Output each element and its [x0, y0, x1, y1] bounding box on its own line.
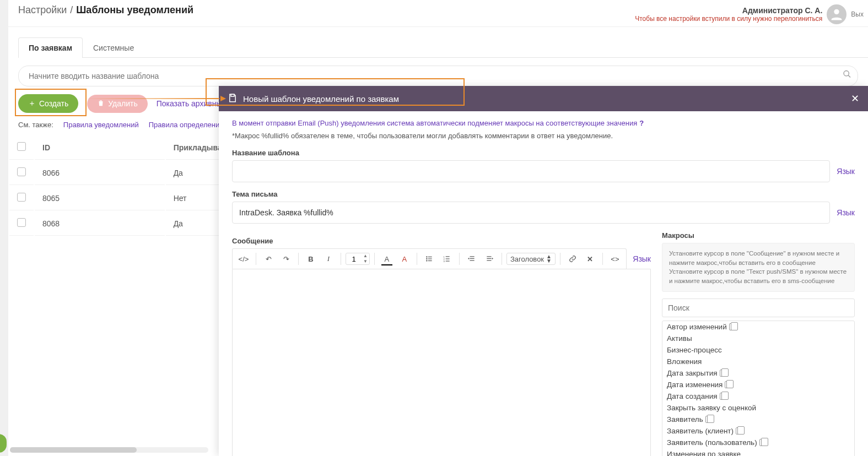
svg-marker-23 — [492, 258, 493, 260]
macros-item[interactable]: Заявитель (пользователь) — [662, 437, 854, 448]
clear-format-icon[interactable]: ✕ — [583, 251, 598, 267]
template-name-label: Название шаблона — [232, 149, 855, 157]
close-icon[interactable]: ✕ — [851, 93, 859, 105]
copy-icon[interactable] — [725, 381, 731, 388]
row-checkbox[interactable] — [17, 218, 26, 227]
svg-point-1 — [844, 71, 849, 76]
heading-select[interactable]: Заголовок ▲▼ — [506, 253, 556, 265]
copy-icon[interactable] — [736, 427, 742, 435]
svg-rect-21 — [487, 258, 491, 259]
code-view-icon[interactable]: </> — [236, 251, 251, 267]
numbered-list-icon[interactable]: 123 — [439, 251, 455, 267]
macros-item-label: Заявитель (клиент) — [667, 427, 734, 435]
delete-button-label: Удалить — [108, 99, 137, 108]
horizontal-scrollbar[interactable] — [10, 447, 208, 453]
highlight-color-icon[interactable]: A — [397, 251, 412, 267]
create-button[interactable]: ＋ Создать — [18, 94, 78, 113]
macros-item-label: Бизнес-процесс — [667, 346, 722, 354]
relogin-warning: Чтобы все настройки вступили в силу нужн… — [635, 15, 822, 23]
macros-item[interactable]: Автор изменений — [662, 321, 854, 333]
macros-item-label: Автор изменений — [667, 323, 727, 331]
font-size-stepper[interactable]: ▲▼ — [346, 253, 370, 265]
macros-item-label: Заявитель — [667, 415, 703, 424]
user-name: Администратор С. А. — [635, 6, 822, 15]
macros-hint-line-1: Установите курсор в поле "Сообщение" в н… — [669, 249, 848, 267]
italic-icon[interactable]: I — [321, 251, 336, 267]
svg-rect-9 — [428, 260, 432, 261]
rte-toolbar: </> ↶ ↷ B I ▲▼ A A — [232, 248, 627, 269]
macros-item[interactable]: Закрыть заявку с оценкой — [662, 402, 854, 414]
copy-icon[interactable] — [729, 323, 735, 330]
logout-link[interactable]: Вых — [851, 10, 864, 18]
message-editor[interactable] — [232, 269, 651, 456]
message-lang-link[interactable]: Язык — [633, 254, 651, 263]
macros-item-label: Заявитель (пользователь) — [667, 438, 757, 447]
svg-rect-16 — [470, 256, 474, 257]
help-icon[interactable]: ? — [639, 119, 644, 127]
macros-item[interactable]: Бизнес-процесс — [662, 344, 854, 356]
tab-system[interactable]: Системные — [83, 37, 144, 58]
svg-rect-20 — [487, 256, 491, 257]
template-name-input[interactable] — [232, 160, 830, 182]
macros-item[interactable]: Вложения — [662, 356, 854, 367]
side-panel: Новый шаблон уведомлений по заявкам ✕ В … — [219, 86, 868, 456]
svg-text:3: 3 — [444, 260, 445, 263]
undo-icon[interactable]: ↶ — [261, 251, 276, 267]
avatar[interactable] — [827, 4, 847, 24]
subject-input[interactable] — [232, 202, 830, 224]
save-icon[interactable] — [228, 93, 238, 105]
breadcrumb: Настройки / Шаблоны уведомлений — [18, 4, 193, 16]
link-icon[interactable] — [565, 251, 580, 267]
font-size-down-icon[interactable]: ▼ — [362, 259, 369, 264]
panel-title: Новый шаблон уведомлений по заявкам — [243, 94, 399, 104]
svg-rect-11 — [446, 256, 450, 257]
svg-point-8 — [426, 260, 427, 261]
macros-hint-line-2: Установите курсор в поле "Текст push/SMS… — [669, 267, 848, 285]
col-id[interactable]: ID — [35, 135, 165, 160]
macros-search-input[interactable] — [662, 298, 855, 317]
row-checkbox[interactable] — [17, 167, 26, 176]
macros-item[interactable]: Дата создания — [662, 390, 854, 402]
breadcrumb-root[interactable]: Настройки — [18, 4, 67, 16]
redo-icon[interactable]: ↷ — [278, 251, 294, 267]
row-checkbox[interactable] — [17, 193, 26, 202]
search-input[interactable] — [18, 66, 858, 86]
embed-icon[interactable]: <> — [607, 251, 623, 267]
panel-note: *Макрос %fullid% обязателен в теме, чтоб… — [232, 132, 855, 140]
macros-item[interactable]: Дата закрытия — [662, 367, 854, 379]
copy-icon[interactable] — [720, 393, 726, 400]
macros-item[interactable]: Изменения по заявке — [662, 448, 854, 456]
macros-item[interactable]: Заявитель (клиент) — [662, 425, 854, 437]
macros-list: Автор изменений АктивыБизнес-процессВлож… — [662, 321, 855, 456]
bullet-list-icon[interactable] — [422, 251, 437, 267]
svg-rect-3 — [231, 94, 234, 96]
help-tab[interactable] — [0, 434, 7, 453]
macros-hint: Установите курсор в поле "Сообщение" в н… — [662, 243, 855, 292]
macros-item-label: Активы — [667, 334, 692, 343]
macros-item[interactable]: Дата изменения — [662, 379, 854, 390]
breadcrumb-sep: / — [70, 4, 73, 16]
svg-point-0 — [834, 9, 839, 14]
macros-item[interactable]: Активы — [662, 333, 854, 344]
heading-select-label: Заголовок — [510, 255, 544, 263]
search-icon[interactable] — [843, 70, 851, 80]
delete-button[interactable]: Удалить — [87, 95, 147, 113]
subject-lang-link[interactable]: Язык — [837, 208, 855, 217]
svg-rect-5 — [428, 257, 432, 257]
font-color-icon[interactable]: A — [379, 251, 395, 267]
macros-item[interactable]: Заявитель — [662, 414, 854, 425]
copy-icon[interactable] — [759, 439, 765, 446]
select-all-checkbox[interactable] — [17, 142, 26, 151]
copy-icon[interactable] — [705, 416, 711, 423]
font-size-value[interactable] — [346, 255, 362, 263]
cell-id: 8066 — [35, 161, 165, 185]
copy-icon[interactable] — [720, 370, 726, 377]
font-size-up-icon[interactable]: ▲ — [362, 253, 369, 259]
svg-point-4 — [426, 256, 427, 257]
name-lang-link[interactable]: Язык — [837, 167, 855, 176]
indent-icon[interactable] — [482, 251, 497, 267]
bold-icon[interactable]: B — [303, 251, 319, 267]
outdent-icon[interactable] — [464, 251, 479, 267]
tab-requests[interactable]: По заявкам — [18, 37, 83, 58]
seealso-rules-link[interactable]: Правила уведомлений — [63, 121, 139, 129]
